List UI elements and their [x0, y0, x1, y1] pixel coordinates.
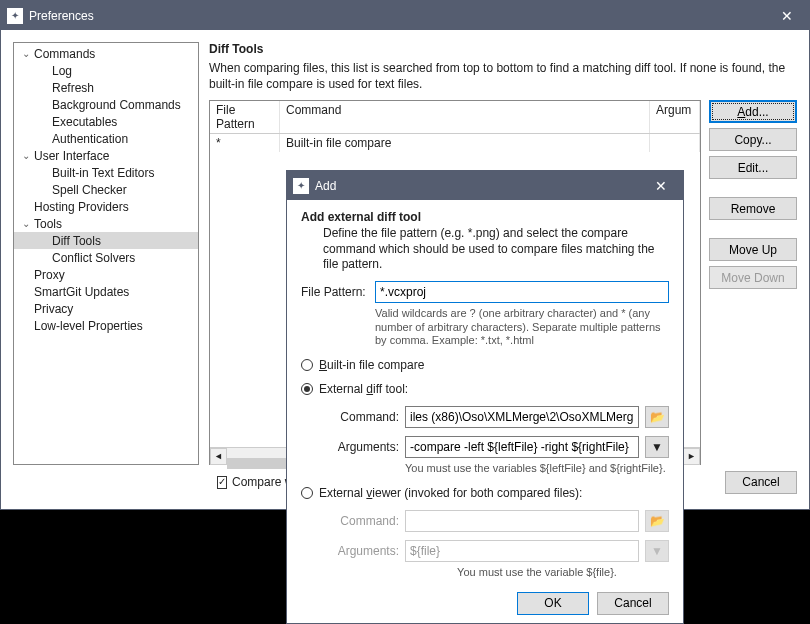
- tree-item-privacy[interactable]: Privacy: [14, 300, 198, 317]
- tree-item-auth[interactable]: Authentication: [14, 130, 198, 147]
- viewer-command-label: Command:: [327, 514, 399, 528]
- cell-filepattern: *: [210, 134, 280, 152]
- tree-item-commands[interactable]: ⌄Commands: [14, 45, 198, 62]
- tree-item-conflict[interactable]: Conflict Solvers: [14, 249, 198, 266]
- col-arguments[interactable]: Argum: [650, 101, 700, 133]
- tree-item-log[interactable]: Log: [14, 62, 198, 79]
- list-header: File Pattern Command Argum: [210, 101, 700, 134]
- list-row[interactable]: * Built-in file compare: [210, 134, 700, 152]
- viewer-arguments-row: Arguments: ▼: [327, 540, 669, 562]
- compare-checkbox-row[interactable]: ✓ Compare w: [217, 475, 291, 489]
- radio-builtin[interactable]: Built-in file compare: [301, 358, 669, 372]
- cancel-button[interactable]: Cancel: [597, 592, 669, 615]
- viewer-help: You must use the variable ${file}.: [327, 566, 669, 580]
- chevron-down-icon[interactable]: ⌄: [20, 48, 32, 59]
- arguments-help: You must use the variables ${leftFile} a…: [327, 462, 669, 476]
- remove-button[interactable]: Remove: [709, 197, 797, 220]
- col-filepattern[interactable]: File Pattern: [210, 101, 280, 133]
- arguments-row: Arguments: ▼: [327, 436, 669, 458]
- arguments-label: Arguments:: [327, 440, 399, 454]
- radio-icon[interactable]: [301, 359, 313, 371]
- tree-item-ui[interactable]: ⌄User Interface: [14, 147, 198, 164]
- movedown-button[interactable]: Move Down: [709, 266, 797, 289]
- tree-item-updates[interactable]: SmartGit Updates: [14, 283, 198, 300]
- filepattern-label: File Pattern:: [301, 285, 369, 299]
- tree-item-tools[interactable]: ⌄Tools: [14, 215, 198, 232]
- add-dialog-title: Add: [315, 179, 639, 193]
- radio-builtin-label: Built-in file compare: [319, 358, 424, 372]
- preferences-tree[interactable]: ⌄Commands Log Refresh Background Command…: [13, 42, 199, 465]
- app-icon: ✦: [7, 8, 23, 24]
- radio-external-label: External diff tool:: [319, 382, 408, 396]
- scroll-right-icon[interactable]: ►: [683, 448, 700, 465]
- tree-item-editors[interactable]: Built-in Text Editors: [14, 164, 198, 181]
- moveup-button[interactable]: Move Up: [709, 238, 797, 261]
- tree-item-lowlevel[interactable]: Low-level Properties: [14, 317, 198, 334]
- filepattern-row: File Pattern:: [301, 281, 669, 303]
- add-dialog-footer: OK Cancel: [301, 580, 669, 615]
- edit-button[interactable]: Edit...: [709, 156, 797, 179]
- cell-arguments: [650, 134, 700, 152]
- browse-folder-icon[interactable]: 📂: [645, 406, 669, 428]
- add-dialog-hint: Define the file pattern (e.g. *.png) and…: [301, 226, 669, 273]
- tree-item-exec[interactable]: Executables: [14, 113, 198, 130]
- tree-item-bgcmds[interactable]: Background Commands: [14, 96, 198, 113]
- col-command[interactable]: Command: [280, 101, 650, 133]
- add-dialog-heading: Add external diff tool: [301, 210, 669, 224]
- add-dialog-titlebar[interactable]: ✦ Add ✕: [287, 171, 683, 200]
- filepattern-help: Valid wildcards are ? (one arbitrary cha…: [301, 307, 669, 348]
- checkbox-icon[interactable]: ✓: [217, 476, 227, 489]
- add-button[interactable]: Add...: [709, 100, 797, 123]
- dropdown-icon: ▼: [645, 540, 669, 562]
- tree-item-proxy[interactable]: Proxy: [14, 266, 198, 283]
- dropdown-icon[interactable]: ▼: [645, 436, 669, 458]
- ok-button[interactable]: OK: [517, 592, 589, 615]
- cell-command: Built-in file compare: [280, 134, 650, 152]
- preferences-title: Preferences: [29, 9, 765, 23]
- command-input[interactable]: [405, 406, 639, 428]
- close-icon[interactable]: ✕: [639, 171, 683, 200]
- radio-icon[interactable]: [301, 383, 313, 395]
- viewer-command-row: Command: 📂: [327, 510, 669, 532]
- tree-item-spell[interactable]: Spell Checker: [14, 181, 198, 198]
- tree-item-hosting[interactable]: Hosting Providers: [14, 198, 198, 215]
- copy-button[interactable]: Copy...: [709, 128, 797, 151]
- chevron-down-icon[interactable]: ⌄: [20, 218, 32, 229]
- scroll-left-icon[interactable]: ◄: [210, 448, 227, 465]
- filepattern-input[interactable]: [375, 281, 669, 303]
- radio-external[interactable]: External diff tool:: [301, 382, 669, 396]
- tree-item-refresh[interactable]: Refresh: [14, 79, 198, 96]
- viewer-arguments-input: [405, 540, 639, 562]
- radio-viewer-label: External viewer (invoked for both compar…: [319, 486, 582, 500]
- command-label: Command:: [327, 410, 399, 424]
- viewer-command-input: [405, 510, 639, 532]
- arguments-input[interactable]: [405, 436, 639, 458]
- cancel-button[interactable]: Cancel: [725, 471, 797, 494]
- radio-viewer[interactable]: External viewer (invoked for both compar…: [301, 486, 669, 500]
- radio-icon[interactable]: [301, 487, 313, 499]
- command-row: Command: 📂: [327, 406, 669, 428]
- page-description: When comparing files, this list is searc…: [209, 60, 797, 92]
- tree-item-difftools[interactable]: Diff Tools: [14, 232, 198, 249]
- compare-checkbox-label: Compare w: [232, 475, 291, 489]
- viewer-arguments-label: Arguments:: [327, 544, 399, 558]
- add-dialog: ✦ Add ✕ Add external diff tool Define th…: [286, 170, 684, 624]
- chevron-down-icon[interactable]: ⌄: [20, 150, 32, 161]
- browse-folder-icon: 📂: [645, 510, 669, 532]
- close-icon[interactable]: ✕: [765, 1, 809, 30]
- app-icon: ✦: [293, 178, 309, 194]
- page-title: Diff Tools: [209, 42, 797, 56]
- preferences-titlebar[interactable]: ✦ Preferences ✕: [1, 1, 809, 30]
- list-buttons: Add... Copy... Edit... Remove Move Up Mo…: [709, 100, 797, 465]
